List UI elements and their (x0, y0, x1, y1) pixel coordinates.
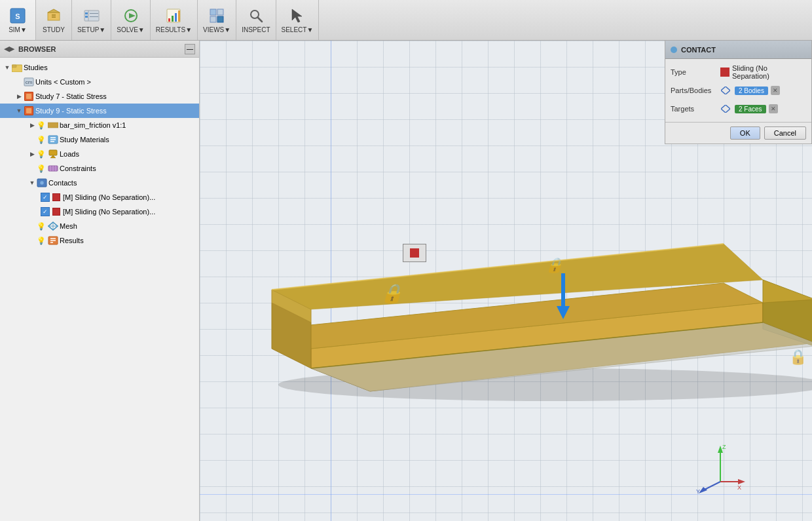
svg-rect-35 (49, 150, 57, 155)
inspect-button[interactable]: INSPECT (236, 0, 276, 40)
tree-contact2[interactable]: ✓ [M] Sliding (No Separation)... (0, 204, 199, 219)
tree-loads[interactable]: ▶ 💡 Loads (0, 147, 199, 161)
tree-results[interactable]: 💡 Results (0, 233, 199, 248)
contact-cancel-button[interactable]: Cancel (764, 126, 806, 140)
tree-study7[interactable]: ▶ Study 7 - Static Stress (0, 89, 199, 104)
svg-rect-22 (217, 16, 223, 22)
tree-study9[interactable]: ▼ Study 9 - Static Stress (0, 104, 199, 118)
tree-panel: ▼ Studies cm Units < C (0, 58, 199, 521)
browser-title: BROWSER (18, 45, 181, 53)
contacts-expand-icon: ▼ (28, 178, 37, 187)
setup-icon (83, 7, 101, 25)
results-icon (164, 7, 183, 25)
loads-icon (48, 149, 58, 159)
sim-icon: S (9, 7, 27, 25)
contact-type-popup (403, 244, 426, 262)
contact-panel-footer: OK Cancel (665, 122, 811, 144)
svg-rect-9 (85, 16, 88, 18)
study9-expand-icon: ▼ (14, 106, 24, 115)
svg-marker-77 (721, 105, 730, 113)
contact2-type-icon (51, 206, 62, 217)
parts-icon (720, 85, 731, 96)
tree-materials[interactable]: 💡 Study Materials (0, 132, 199, 147)
parts-remove-button[interactable]: ✕ (771, 86, 780, 95)
tree-mesh[interactable]: 💡 Mesh (0, 219, 199, 233)
sim-menu[interactable]: S SIM▼ (0, 0, 36, 40)
popup-red-square (410, 248, 419, 258)
bar-shape-icon (48, 120, 58, 130)
tree-bar-item[interactable]: ▶ 💡 bar_sim_friction v1:1 (0, 118, 199, 132)
contact-parts-row: Parts/Bodies 2 Bodies ✕ (671, 81, 806, 100)
svg-rect-16 (172, 16, 174, 22)
toolbar: S SIM▼ STUDY (0, 0, 812, 41)
tree-constraints[interactable]: 💡 Constraints (0, 161, 199, 176)
targets-remove-button[interactable]: ✕ (769, 104, 778, 113)
bar-label: bar_sim_friction v1:1 (60, 121, 126, 129)
targets-key: Targets (671, 105, 716, 113)
studies-expand-icon: ▼ (3, 63, 12, 72)
contact1-type-icon (51, 192, 62, 203)
tree-contact1[interactable]: ✓ [M] Sliding (No Separation)... (0, 190, 199, 204)
svg-rect-17 (175, 13, 177, 22)
svg-marker-25 (292, 9, 302, 22)
materials-spacer (28, 135, 37, 144)
select-menu[interactable]: SELECT▼ (276, 0, 320, 40)
parts-badge[interactable]: 2 Bodies (735, 87, 768, 95)
study7-label: Study 7 - Static Stress (35, 92, 107, 100)
svg-rect-20 (217, 9, 223, 15)
contact-dot-icon (671, 47, 677, 53)
tree-contacts[interactable]: ▼ Contacts (0, 176, 199, 190)
viewport-3d[interactable]: 🔒 🔒 🔒 TOP FRONT (200, 41, 812, 521)
mesh-icon (48, 221, 58, 231)
svg-text:X: X (737, 484, 741, 491)
setup-menu[interactable]: SETUP▼ (72, 0, 111, 40)
tree-studies-root[interactable]: ▼ Studies (0, 60, 199, 75)
mesh-label: Mesh (60, 222, 77, 230)
study9-label: Study 9 - Static Stress (35, 107, 107, 115)
targets-badge[interactable]: 2 Faces (735, 105, 766, 113)
svg-line-24 (257, 18, 262, 22)
svg-marker-76 (721, 87, 730, 94)
constraints-spacer (28, 164, 37, 173)
loads-expand-icon: ▶ (28, 149, 37, 159)
study-label: STUDY (43, 26, 65, 33)
force-arrow (557, 273, 570, 326)
contact-type-text: Sliding (No Separation) (732, 64, 806, 80)
svg-text:cm: cm (26, 79, 33, 85)
targets-value: 2 Faces ✕ (720, 104, 806, 114)
sim-label: SIM▼ (9, 26, 27, 33)
contact-targets-row: Targets 2 Faces ✕ (671, 100, 806, 118)
study-button[interactable]: STUDY (36, 0, 72, 40)
svg-rect-2 (48, 12, 60, 20)
contact2-checkbox[interactable]: ✓ (41, 207, 50, 216)
study7-expand-icon: ▶ (14, 92, 24, 101)
svg-text:🔒: 🔒 (789, 348, 807, 366)
browser-collapse-button[interactable]: — (185, 44, 195, 54)
results-label: RESULTS▼ (156, 26, 192, 33)
contact-ok-button[interactable]: OK (730, 126, 760, 140)
units-icon: cm (24, 77, 34, 87)
contact1-checkbox[interactable]: ✓ (41, 193, 50, 202)
contact1-label: [M] Sliding (No Separation)... (63, 193, 155, 201)
browser-panel: ◀▶ BROWSER — ▼ Studies (0, 41, 200, 521)
main-area: ◀▶ BROWSER — ▼ Studies (0, 41, 812, 521)
contact-panel-title: CONTACT (681, 46, 716, 54)
inspect-icon (247, 7, 265, 25)
contact-panel-header: CONTACT (665, 41, 811, 59)
views-label: VIEWS▼ (203, 26, 231, 33)
browser-header: ◀▶ BROWSER — (0, 41, 199, 58)
tree-units[interactable]: cm Units < Custom > (0, 75, 199, 89)
bar-expand-icon: ▶ (28, 121, 37, 130)
solve-menu[interactable]: SOLVE▼ (111, 0, 151, 40)
solve-label: SOLVE▼ (117, 26, 145, 33)
results-menu[interactable]: RESULTS▼ (151, 0, 198, 40)
svg-rect-27 (12, 65, 16, 68)
views-menu[interactable]: VIEWS▼ (198, 0, 236, 40)
contacts-icon (37, 178, 47, 188)
units-spacer (14, 77, 24, 87)
studies-folder-icon (12, 62, 22, 73)
results-label: Results (60, 237, 84, 244)
sliding-type-icon (720, 68, 729, 77)
loads-label: Loads (60, 150, 79, 158)
select-icon (288, 7, 306, 25)
